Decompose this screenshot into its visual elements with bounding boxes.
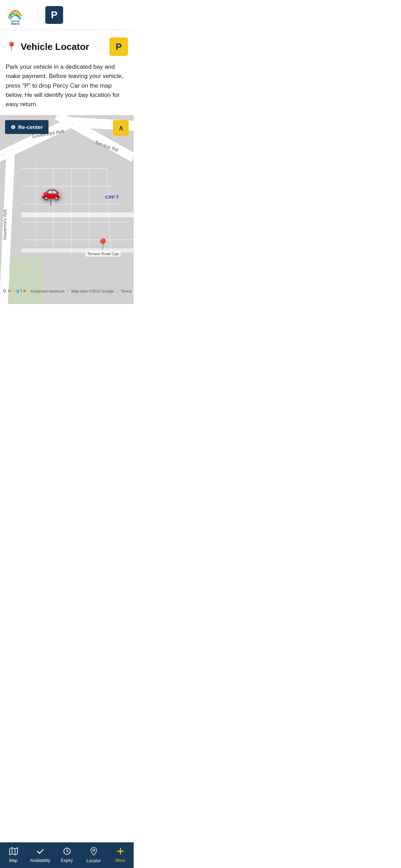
app-header: CITY OF PERTH City of Light P — [0, 0, 134, 30]
recenter-icon: ⊕ — [11, 124, 15, 130]
map-container[interactable]: Governors Ave Terrace Rd Governors Ave C… — [0, 115, 134, 304]
location-pin-icon: 📍 — [6, 41, 17, 52]
map-data-text: Map data ©2024 Google — [71, 289, 114, 293]
main-content: 📍 Vehicle Locator P Park your vehicle in… — [0, 30, 134, 115]
chevron-up-icon: ∧ — [118, 124, 124, 132]
map-attribution: Keyboard shortcuts | Map data ©2024 Goog… — [0, 289, 134, 293]
keyboard-shortcuts[interactable]: Keyboard shortcuts — [31, 289, 65, 293]
car-icon: 🚗 — [41, 182, 61, 201]
svg-text:PERTH: PERTH — [11, 23, 20, 25]
description: Park your vehicle in a dedicated bay and… — [6, 62, 128, 109]
map-background: Governors Ave Terrace Rd Governors Ave C… — [0, 115, 134, 304]
map-pin-icon: 📍 — [96, 238, 109, 250]
page-title: Vehicle Locator — [21, 41, 89, 52]
location-marker: 📍 Terrace Road Cpp — [86, 238, 120, 257]
logo-area: CITY OF PERTH City of Light P — [6, 4, 63, 26]
drop-percy-button[interactable]: P — [109, 37, 128, 56]
parking-logo: P — [45, 6, 63, 24]
city-of-perth-logo: CITY OF PERTH City of Light — [6, 4, 31, 26]
svg-text:CITY OF: CITY OF — [11, 20, 20, 23]
title-row: 📍 Vehicle Locator P — [6, 37, 128, 56]
car-pin: 🚗 — [41, 182, 61, 206]
location-label: Terrace Road Cpp — [86, 251, 120, 257]
recenter-button[interactable]: ⊕ Re-center — [5, 120, 48, 134]
title-left: 📍 Vehicle Locator — [6, 41, 89, 52]
terms-link[interactable]: Terms — [121, 289, 132, 293]
header-divider — [38, 6, 38, 24]
percy-car-marker: 🚗 — [41, 182, 61, 206]
svg-text:Governors Ave: Governors Ave — [2, 209, 7, 240]
svg-text:CPP T: CPP T — [105, 195, 119, 200]
collapse-map-button[interactable]: ∧ — [113, 120, 129, 136]
